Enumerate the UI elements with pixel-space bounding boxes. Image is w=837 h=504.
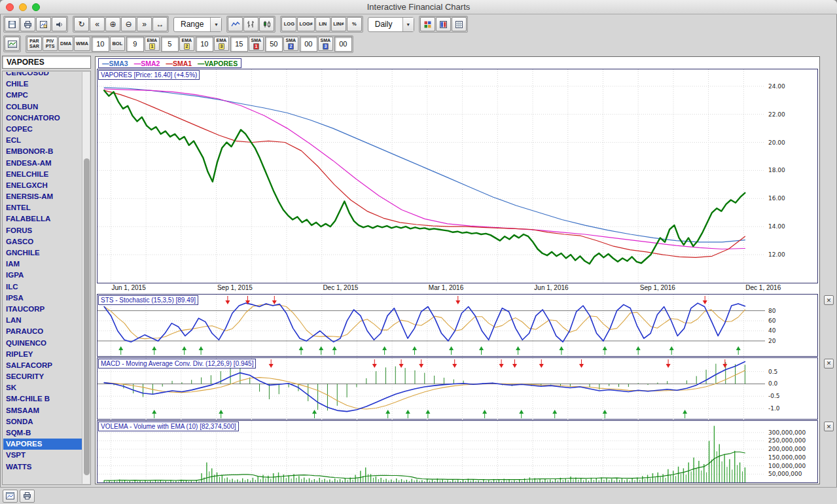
zoom-window-button[interactable] — [32, 3, 40, 11]
zoom-in-button[interactable]: ⊕ — [105, 17, 120, 31]
sma1-button[interactable]: SMA1 — [249, 37, 264, 51]
period-select[interactable]: Daily ▼ — [368, 17, 414, 32]
export-chart-button[interactable] — [5, 17, 20, 31]
sma3-button[interactable]: SMA3 — [318, 37, 333, 51]
sidebar-item-conchatoro[interactable]: CONCHATORO — [3, 113, 82, 124]
scroll-back-button[interactable]: « — [90, 17, 105, 31]
ohlc-chart-button[interactable] — [243, 17, 258, 31]
compare-charts-button[interactable] — [420, 17, 435, 31]
sidebar-item-quinenco[interactable]: QUINENCO — [3, 338, 82, 349]
bollinger-period-input[interactable]: 9 — [126, 37, 144, 52]
price-panel[interactable]: VAPORES [Price: 16.40] (+4.5%) 24.0022.0… — [97, 69, 818, 283]
refresh-button[interactable]: ↻ — [74, 17, 89, 31]
close-volume-panel-button[interactable]: ✕ — [824, 422, 834, 431]
sidebar-item-endesa-am[interactable]: ENDESA-AM — [3, 158, 82, 169]
ema2-button[interactable]: EMA2 — [179, 37, 194, 51]
sidebar-item-cencosud[interactable]: CENCOSUD — [3, 72, 82, 79]
sidebar-item-vspt[interactable]: VSPT — [3, 450, 82, 461]
sidebar-item-enelchile[interactable]: ENELCHILE — [3, 169, 82, 180]
sidebar-item-sonda[interactable]: SONDA — [3, 416, 82, 427]
sidebar-item-embonor-b[interactable]: EMBONOR-B — [3, 146, 82, 157]
sidebar-item-ecl[interactable]: ECL — [3, 135, 82, 146]
sidebar-item-sqm-b[interactable]: SQM-B — [3, 427, 82, 439]
sidebar-item-copec[interactable]: COPEC — [3, 124, 82, 135]
ema3-period-input[interactable]: 15 — [230, 37, 248, 52]
legend-item-sma3: —SMA3 — [102, 60, 128, 67]
sidebar-item-security[interactable]: SECURITY — [3, 371, 82, 382]
macd-panel[interactable]: MACD - Moving Average Conv. Div. (12,26,… — [97, 357, 818, 420]
symbol-input[interactable]: VAPORES — [2, 56, 91, 69]
split-view-button[interactable] — [436, 17, 451, 31]
ema1-period-input[interactable]: 5 — [161, 37, 179, 52]
main-toolbar: ↻ « ⊕ ⊖ » ↔ Range ▼ LOG LOG≠ LIN — [0, 14, 837, 34]
sidebar-item-gasco[interactable]: GASCO — [3, 236, 82, 247]
fit-chart-button[interactable]: ↔ — [152, 17, 168, 31]
linear-scale-button[interactable]: LIN — [315, 17, 330, 31]
close-stochastic-panel-button[interactable]: ✕ — [824, 295, 834, 305]
ema3-button[interactable]: EMA3 — [214, 37, 229, 51]
close-macd-panel-button[interactable]: ✕ — [824, 359, 834, 369]
line-chart-button[interactable] — [228, 17, 243, 31]
sidebar-item-forus[interactable]: FORUS — [3, 225, 82, 236]
zoom-out-button[interactable]: ⊖ — [121, 17, 136, 31]
wma-button[interactable]: WMA — [74, 37, 90, 51]
sidebar-item-cmpc[interactable]: CMPC — [3, 90, 82, 101]
sidebar-scrollbar-thumb[interactable] — [84, 158, 90, 475]
sidebar-item-chile[interactable]: CHILE — [3, 79, 82, 90]
sidebar-item-parauco[interactable]: PARAUCO — [3, 326, 82, 337]
line-chart-icon — [231, 20, 240, 28]
pivot-points-button[interactable]: PIVPTS — [43, 37, 58, 51]
sidebar-item-ipsa[interactable]: IPSA — [3, 293, 82, 304]
scroll-forward-button[interactable]: » — [137, 17, 152, 31]
sma3-period-input[interactable]: 00 — [334, 37, 352, 52]
chart-settings-button[interactable] — [36, 17, 51, 31]
x-axis-label: Mar 1, 2016 — [429, 284, 463, 291]
sma1-period-input[interactable]: 50 — [265, 37, 283, 52]
print-page-button[interactable] — [20, 490, 35, 503]
sidebar-item-colbun[interactable]: COLBUN — [3, 101, 82, 113]
sidebar-item-entel[interactable]: ENTEL — [3, 202, 82, 213]
sidebar-item-smsaam[interactable]: SMSAAM — [3, 405, 82, 416]
minimize-window-button[interactable] — [19, 3, 27, 11]
bollinger-button[interactable]: BOL — [110, 37, 125, 51]
sound-toggle-button[interactable] — [52, 17, 67, 31]
sidebar-item-vapores[interactable]: VAPORES — [3, 439, 82, 450]
sidebar-item-itaucorp[interactable]: ITAUCORP — [3, 304, 82, 315]
parabolic-sar-button[interactable]: PARSAR — [27, 37, 42, 51]
svg-text:60: 60 — [768, 317, 776, 324]
sidebar-item-sm-chile-b[interactable]: SM-CHILE B — [3, 393, 82, 405]
sidebar-item-falabella[interactable]: FALABELLA — [3, 213, 82, 225]
linear-compare-button[interactable]: LIN≠ — [331, 17, 346, 31]
data-table-button[interactable] — [452, 17, 467, 31]
close-window-button[interactable] — [6, 3, 14, 11]
sma2-period-input[interactable]: 00 — [300, 37, 317, 52]
dma-button[interactable]: DMA — [58, 37, 73, 51]
range-select[interactable]: Range ▼ — [173, 17, 222, 32]
sidebar-item-salfacorp[interactable]: SALFACORP — [3, 360, 82, 371]
ema2-period-input[interactable]: 10 — [196, 37, 213, 52]
sidebar-scrollbar[interactable] — [82, 72, 90, 484]
sidebar-item-enelgxch[interactable]: ENELGXCH — [3, 180, 82, 191]
print-chart-button[interactable] — [20, 17, 35, 31]
sidebar-item-watts[interactable]: WATTS — [3, 461, 82, 473]
sidebar-item-lan[interactable]: LAN — [3, 315, 82, 326]
sidebar-item-ripley[interactable]: RIPLEY — [3, 349, 82, 360]
candlestick-chart-button[interactable] — [259, 17, 274, 31]
sidebar-item-sk[interactable]: SK — [3, 382, 82, 393]
new-chart-window-button[interactable] — [3, 490, 18, 503]
sidebar-item-iam[interactable]: IAM — [3, 259, 82, 270]
ema1-button[interactable]: EMA1 — [145, 37, 160, 51]
volume-panel[interactable]: VOLEMA - Volume with EMA (10) [82,374,50… — [97, 420, 818, 483]
wma-period-input[interactable]: 10 — [92, 37, 109, 52]
volume-panel-label: VOLEMA - Volume with EMA (10) [82,374,50… — [98, 422, 239, 431]
log-scale-button[interactable]: LOG — [281, 17, 296, 31]
sidebar-item-ilc[interactable]: ILC — [3, 281, 82, 293]
sidebar-item-igpa[interactable]: IGPA — [3, 270, 82, 281]
sidebar-item-enersis-am[interactable]: ENERSIS-AM — [3, 191, 82, 202]
sidebar-item-gnchile[interactable]: GNCHILE — [3, 247, 82, 259]
log-compare-button[interactable]: LOG≠ — [297, 17, 314, 31]
stochastic-panel[interactable]: STS - Stochastic (15,3,5) [89.49] 806040… — [97, 294, 818, 357]
sma2-button[interactable]: SMA2 — [283, 37, 298, 51]
panel-layout-button[interactable] — [5, 37, 20, 51]
percent-scale-button[interactable]: % — [347, 17, 362, 31]
